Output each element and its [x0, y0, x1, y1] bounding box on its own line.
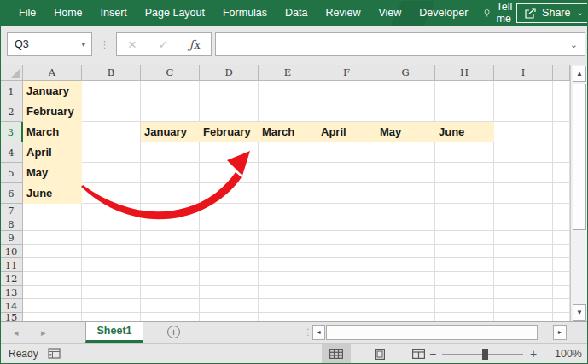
cell-C5[interactable] — [141, 163, 200, 183]
cell-partial-15[interactable] — [553, 313, 570, 321]
row-header-3[interactable]: 3 — [0, 122, 23, 142]
cell-D5[interactable] — [200, 163, 259, 183]
name-box-dropdown-icon[interactable]: ▾ — [81, 33, 85, 55]
cell-A12[interactable] — [23, 272, 82, 286]
cell-G12[interactable] — [376, 272, 435, 286]
cell-D4[interactable] — [200, 142, 259, 163]
cell-A6[interactable]: June — [23, 183, 82, 204]
row-header-1[interactable]: 1 — [0, 81, 23, 101]
cell-I7[interactable] — [494, 204, 553, 217]
cell-H7[interactable] — [435, 204, 494, 217]
cell-B15[interactable] — [82, 313, 141, 321]
share-button[interactable]: Share ⌄ — [516, 3, 588, 23]
column-header-a[interactable]: A — [23, 65, 82, 81]
cell-E10[interactable] — [259, 245, 317, 258]
ribbon-tab-data[interactable]: Data — [285, 7, 307, 19]
cell-D7[interactable] — [200, 204, 259, 217]
row-header-6[interactable]: 6 — [0, 183, 23, 204]
add-sheet-button[interactable]: + — [167, 326, 180, 338]
column-header-d[interactable]: D — [200, 65, 259, 81]
cell-B2[interactable] — [82, 101, 141, 122]
cell-G8[interactable] — [376, 217, 435, 231]
cell-C9[interactable] — [141, 231, 200, 245]
cell-I13[interactable] — [494, 286, 553, 299]
cell-A4[interactable]: April — [23, 142, 82, 163]
scroll-up-icon[interactable]: ▲ — [573, 66, 586, 82]
cell-B9[interactable] — [82, 231, 141, 245]
cell-C4[interactable] — [141, 142, 200, 163]
ribbon-tab-formulas[interactable]: Formulas — [223, 7, 267, 19]
ribbon-tab-view[interactable]: View — [378, 7, 401, 19]
cell-B13[interactable] — [82, 286, 141, 299]
cell-partial-7[interactable] — [553, 204, 570, 217]
cell-D6[interactable] — [200, 183, 259, 204]
row-header-10[interactable]: 10 — [0, 245, 23, 258]
cell-I1[interactable] — [494, 81, 553, 101]
cell-C15[interactable] — [141, 313, 200, 321]
row-header-15[interactable]: 15 — [0, 313, 23, 321]
scroll-right-icon[interactable]: ▸ — [553, 325, 567, 340]
cancel-icon[interactable]: ✕ — [128, 38, 137, 51]
cell-C6[interactable] — [141, 183, 200, 204]
column-header-c[interactable]: C — [141, 65, 200, 81]
scroll-left-icon[interactable]: ◂ — [312, 325, 325, 340]
cell-F9[interactable] — [317, 231, 376, 245]
vertical-scrollbar-thumb[interactable] — [573, 84, 586, 230]
select-all-button[interactable] — [0, 65, 23, 81]
cell-H6[interactable] — [435, 183, 494, 204]
cell-D12[interactable] — [200, 272, 259, 286]
cell-partial-12[interactable] — [553, 272, 570, 286]
cell-B10[interactable] — [82, 245, 141, 258]
row-header-12[interactable]: 12 — [0, 272, 23, 286]
cell-C1[interactable] — [141, 81, 200, 101]
cell-I15[interactable] — [494, 313, 553, 321]
cell-G1[interactable] — [376, 81, 435, 101]
cell-G15[interactable] — [376, 313, 435, 321]
cell-partial-1[interactable] — [553, 81, 570, 101]
cell-D10[interactable] — [200, 245, 259, 258]
cell-I6[interactable] — [494, 183, 553, 204]
cell-D3[interactable]: February — [200, 122, 259, 142]
cell-F12[interactable] — [317, 272, 376, 286]
cell-C7[interactable] — [141, 204, 200, 217]
cell-H1[interactable] — [435, 81, 494, 101]
cell-C8[interactable] — [141, 217, 200, 231]
cell-G11[interactable] — [376, 258, 435, 272]
formula-bar-drag-handle[interactable]: ⋮ — [100, 32, 109, 56]
cell-partial-4[interactable] — [553, 142, 570, 163]
sheet-tab-sheet1[interactable]: Sheet1 — [85, 322, 143, 343]
normal-view-button[interactable] — [322, 344, 351, 364]
cell-I10[interactable] — [494, 245, 553, 258]
row-header-11[interactable]: 11 — [0, 258, 23, 272]
cell-C3[interactable]: January — [141, 122, 200, 142]
cell-B3[interactable] — [82, 122, 141, 142]
cell-C14[interactable] — [141, 299, 200, 313]
cell-A8[interactable] — [23, 217, 82, 231]
cell-partial-2[interactable] — [553, 101, 570, 122]
ribbon-tab-review[interactable]: Review — [325, 7, 360, 19]
cell-H3[interactable]: June — [435, 122, 494, 142]
cell-C13[interactable] — [141, 286, 200, 299]
cell-I5[interactable] — [494, 163, 553, 183]
cell-partial-10[interactable] — [553, 245, 570, 258]
cell-A7[interactable] — [23, 204, 82, 217]
cell-B4[interactable] — [82, 142, 141, 163]
cell-F14[interactable] — [317, 299, 376, 313]
cell-G10[interactable] — [376, 245, 435, 258]
cell-F8[interactable] — [317, 217, 376, 231]
cell-I11[interactable] — [494, 258, 553, 272]
cell-E3[interactable]: March — [259, 122, 317, 142]
column-header-f[interactable]: F — [317, 65, 376, 81]
vertical-scrollbar[interactable]: ▲ ▼ — [570, 65, 588, 321]
cell-B6[interactable] — [82, 183, 141, 204]
column-header-e[interactable]: E — [259, 65, 317, 81]
cell-E5[interactable] — [259, 163, 317, 183]
cell-E8[interactable] — [259, 217, 317, 231]
cell-partial-11[interactable] — [553, 258, 570, 272]
cell-D8[interactable] — [200, 217, 259, 231]
column-header-g[interactable]: G — [376, 65, 435, 81]
cell-G13[interactable] — [376, 286, 435, 299]
cell-partial-14[interactable] — [553, 299, 570, 313]
cell-I2[interactable] — [494, 101, 553, 122]
macro-record-icon[interactable] — [48, 348, 61, 359]
